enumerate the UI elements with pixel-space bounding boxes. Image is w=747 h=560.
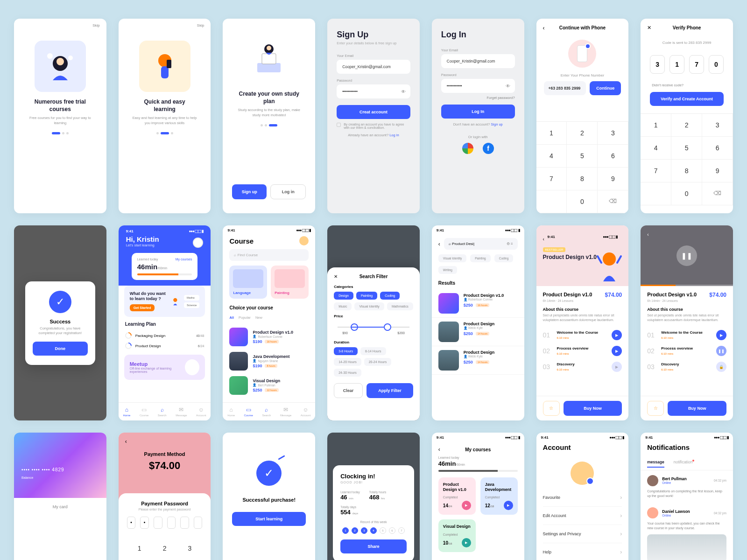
lesson-item[interactable]: 01Welcome to the Course6:10 mins▶ xyxy=(543,327,622,343)
eye-icon[interactable]: 👁 xyxy=(506,84,510,89)
tab-message[interactable]: message xyxy=(647,460,664,467)
buy-button[interactable]: Buy Now xyxy=(564,401,622,416)
skip-link[interactable]: Skip xyxy=(119,19,211,32)
key-5[interactable]: 5 xyxy=(567,145,598,168)
apply-button[interactable]: Apply Filter xyxy=(366,383,413,398)
result-item[interactable]: Product Design👤 Webb Kyle$25014 hours xyxy=(432,346,524,375)
result-item[interactable]: Product Design v1.0👤 Robertson Connie$25… xyxy=(432,289,524,318)
tab-home[interactable]: ⌂Home xyxy=(227,406,235,417)
login-button[interactable]: Log in xyxy=(270,184,306,199)
pin-digit[interactable] xyxy=(194,517,203,529)
filter-new[interactable]: New xyxy=(255,314,262,321)
google-login-button[interactable] xyxy=(462,143,473,154)
favorite-button[interactable]: ☆ xyxy=(647,401,664,416)
plan-item[interactable]: Packaging Design40/48 xyxy=(119,330,211,341)
course-item[interactable]: Visual Design👤 Bert Pullman$25012 hours xyxy=(223,373,315,398)
lesson-item[interactable]: 02Process overview6:10 mins❚❚ xyxy=(647,343,726,359)
done-button[interactable]: Done xyxy=(33,342,88,356)
password-field[interactable]: •••••••••••👁 xyxy=(337,84,410,98)
course-item[interactable]: Product Design v1.0👤 Robertson Connie$19… xyxy=(223,325,315,349)
my-courses-link[interactable]: My courses xyxy=(176,258,192,261)
tab-search[interactable]: ⌕Search xyxy=(158,406,167,417)
chip-music[interactable]: Music xyxy=(334,302,352,310)
category-painting[interactable]: Painting xyxy=(271,266,309,299)
buy-button[interactable]: Buy Now xyxy=(668,401,726,416)
email-field[interactable]: Cooper_Kristin@gmail.com xyxy=(441,54,515,68)
clear-button[interactable]: Clear xyxy=(334,383,363,398)
continue-button[interactable]: Continue xyxy=(590,81,621,95)
account-favourite[interactable]: Favourite xyxy=(543,489,622,507)
tab-search[interactable]: ⌕Search xyxy=(262,406,271,417)
meetup-card[interactable]: MeetupOff-line exchange of learning expe… xyxy=(124,355,205,380)
pause-button[interactable]: ❚❚ xyxy=(677,245,697,266)
filter-popular[interactable]: Popular xyxy=(239,314,251,321)
key-9[interactable]: 9 xyxy=(598,168,628,190)
chip-design[interactable]: Design xyxy=(334,292,353,300)
key-0[interactable]: 0 xyxy=(567,190,598,213)
password-field[interactable]: •••••••••••👁 xyxy=(441,79,515,93)
account-settings[interactable]: Settings and Privacy xyxy=(543,525,622,543)
pin-digit[interactable]: • xyxy=(140,517,149,529)
key-7[interactable]: 7 xyxy=(536,168,567,190)
tab-message[interactable]: ✉Message xyxy=(280,406,291,417)
skip-link[interactable]: Skip xyxy=(14,19,106,32)
key-4[interactable]: 4 xyxy=(536,145,567,168)
course-item[interactable]: Java Development👤 Nguyen Shane$1908 hour… xyxy=(223,349,315,373)
search-input[interactable]: ⌕ Find Course xyxy=(229,249,309,261)
search-input[interactable]: ⌕ Product Desi|⚙ ≡ xyxy=(444,238,518,250)
key-8[interactable]: 8 xyxy=(567,168,598,190)
tab-course[interactable]: ▭Course xyxy=(244,406,253,417)
tab-message[interactable]: ✉Message xyxy=(176,406,187,417)
chip-coding[interactable]: Coding xyxy=(380,292,400,300)
course-card[interactable]: Java Development Completed 12/18▶ xyxy=(480,477,518,515)
back-icon[interactable]: ‹ xyxy=(438,241,440,247)
terms-checkbox[interactable] xyxy=(337,123,341,127)
facebook-login-button[interactable]: f xyxy=(483,143,494,154)
forgot-password-link[interactable]: Forget password? xyxy=(432,93,524,100)
close-icon[interactable]: ✕ xyxy=(334,274,338,279)
lesson-item[interactable]: 03Discovery6:10 mins▶ xyxy=(543,359,622,375)
pin-digit[interactable] xyxy=(180,517,189,529)
pin-digit[interactable] xyxy=(154,517,162,529)
get-started-button[interactable]: Get Started xyxy=(130,304,155,311)
eye-icon[interactable]: 👁 xyxy=(401,89,406,94)
account-help[interactable]: Help xyxy=(543,543,622,560)
login-button[interactable]: Log In xyxy=(441,105,515,119)
video-progress[interactable] xyxy=(641,285,733,286)
lesson-item[interactable]: 03Discovery6:10 mins🔒 xyxy=(647,359,726,375)
plan-item[interactable]: Product Design6/24 xyxy=(119,341,211,351)
back-icon[interactable]: ‹ xyxy=(543,237,544,242)
lesson-item[interactable]: 02Process overview6:10 mins▶ xyxy=(543,343,622,359)
email-field[interactable]: Cooper_Kristin@gmail.com xyxy=(337,60,410,74)
tab-notification[interactable]: notification xyxy=(674,460,695,467)
avatar[interactable] xyxy=(299,236,309,245)
phone-input[interactable]: +63 283 835 2999 xyxy=(544,81,586,95)
lesson-item[interactable]: 01Welcome to the Course6:10 mins▶ xyxy=(647,327,726,343)
tab-account[interactable]: ☺Account xyxy=(301,406,311,417)
signup-link[interactable]: Sign up xyxy=(491,122,502,126)
key-3[interactable]: 3 xyxy=(598,122,628,145)
avatar[interactable] xyxy=(571,462,594,485)
otp-digit[interactable]: 1 xyxy=(669,55,684,74)
otp-digit[interactable]: 7 xyxy=(689,55,704,74)
notification-item[interactable]: Daniel LawsonOnline04:32 pm Your course … xyxy=(641,503,733,560)
verify-button[interactable]: Verify and Create Account xyxy=(650,92,724,106)
back-icon[interactable]: ‹ xyxy=(647,232,648,237)
key-6[interactable]: 6 xyxy=(598,145,628,168)
course-card[interactable]: Visual Design Completed 10/16▶ xyxy=(438,519,476,552)
create-account-button[interactable]: Creat account xyxy=(337,105,410,119)
favorite-button[interactable]: ☆ xyxy=(543,401,560,416)
backspace-icon[interactable]: ⌫ xyxy=(702,182,733,205)
login-link[interactable]: Log in xyxy=(389,133,399,137)
back-icon[interactable]: ‹ xyxy=(125,438,127,445)
close-icon[interactable]: ✕ xyxy=(647,25,651,31)
notification-item[interactable]: Bert PullmanOnline04:32 pm Congratulatio… xyxy=(641,470,733,503)
tab-account[interactable]: ☺Account xyxy=(196,406,206,417)
chip-math[interactable]: Mathmatics xyxy=(387,302,413,310)
key-1[interactable]: 1 xyxy=(536,122,567,145)
course-card[interactable]: Product Design v1.0 Completed 14/24▶ xyxy=(438,477,476,515)
result-item[interactable]: Product Design👤 Webb Kyle$25014 hours xyxy=(432,318,524,346)
chip-visual[interactable]: Visual Identity xyxy=(354,302,384,310)
back-icon[interactable]: ‹ xyxy=(543,25,545,31)
price-slider[interactable] xyxy=(338,327,409,328)
